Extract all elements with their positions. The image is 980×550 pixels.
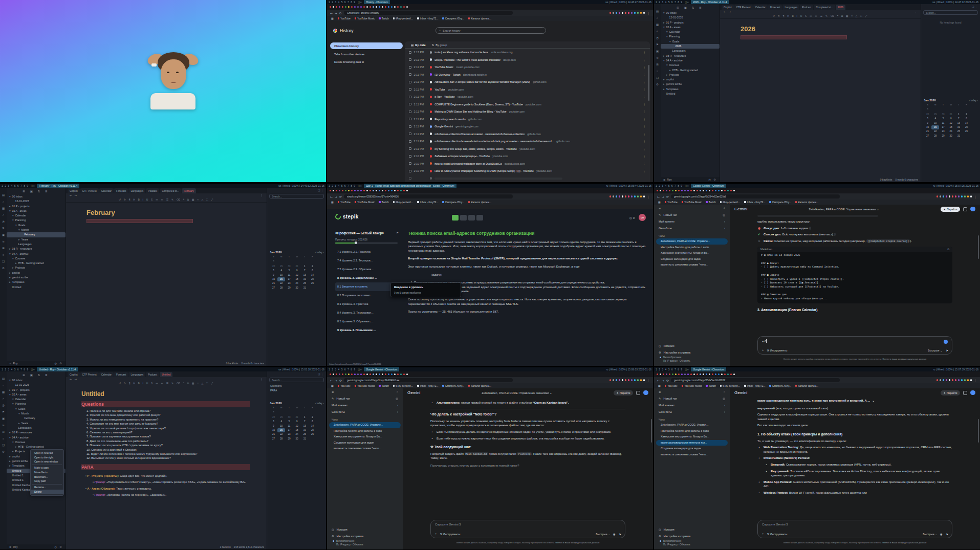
extension-icon[interactable] [940, 195, 941, 197]
tree-item[interactable]: ▸Templates [7, 280, 66, 284]
note-tab[interactable]: CTF Pentest [80, 188, 99, 193]
bookmark-item[interactable]: Inbox - tlroy72... [744, 384, 765, 387]
add-icon[interactable]: ＋ [761, 532, 764, 536]
explorer-action-icons[interactable]: ⊞ ▣ ⇅ ≣ [7, 188, 66, 194]
row-title[interactable]: rofi-themes-collection/screenshots/round… [434, 140, 554, 143]
history-row[interactable]: 2:11 PM YouTube youtube.com ⋮ [405, 86, 650, 94]
add-icon[interactable]: ＋ [761, 348, 764, 352]
address-bar[interactable]: stepik.org/lesson/358365/step/1?unit=964… [344, 194, 513, 199]
calendar-day[interactable]: 27 [924, 134, 931, 138]
browser-tab-favicon[interactable] [342, 190, 343, 191]
tree-item[interactable]: ▾02 A - areas [7, 392, 66, 397]
history-item[interactable]: ◷История [327, 526, 403, 533]
extension-icon[interactable] [628, 195, 629, 197]
note-tab[interactable]: Calendar [753, 5, 768, 10]
avatar[interactable] [643, 390, 648, 395]
extension-icon[interactable] [958, 379, 960, 381]
prompt-input[interactable]: я б ＋ ⚒ Инструменты Быстрые ⌄ ➤ [757, 336, 952, 355]
browser-tab-favicon[interactable] [712, 190, 713, 191]
new-chat-button[interactable]: ✎Новый чат◎ [654, 211, 730, 218]
browser-tab-favicon[interactable] [388, 6, 389, 8]
new-chat-button[interactable]: ✎Новый чат◎ [654, 395, 730, 402]
browser-tab-favicon[interactable] [373, 190, 374, 191]
calendar-day[interactable]: 30 [285, 415, 293, 420]
browser-tab-favicon[interactable] [385, 373, 386, 375]
tree-item[interactable]: ▾00 Inbox [661, 11, 720, 15]
extension-icon[interactable] [622, 12, 623, 13]
extension-icon[interactable] [958, 195, 960, 197]
extensions-row[interactable] [937, 195, 972, 197]
row-checkbox[interactable] [409, 66, 411, 69]
vault-icons[interactable]: ◔ ⚙ [708, 178, 717, 181]
extension-icon[interactable] [943, 195, 944, 197]
calendar-day[interactable]: 10 [277, 424, 285, 428]
extension-icon[interactable] [967, 195, 969, 197]
row-checkbox[interactable] [409, 51, 411, 54]
lesson-item[interactable]: 7.4 Уровень 2.3. Тестиров... [335, 256, 398, 265]
browser-tab-favicon[interactable] [366, 6, 368, 8]
browser-tab-favicon[interactable] [669, 373, 670, 375]
bookmark-item[interactable]: Twitch [379, 384, 389, 387]
calendar-day[interactable]: 24 [293, 432, 301, 436]
browser-tab-favicon[interactable] [721, 190, 723, 191]
browser-menu-icon[interactable]: ⋮ [647, 11, 650, 15]
browser-tab-favicon[interactable] [657, 373, 658, 375]
history-row[interactable]: 2:17 PM tools | suckless.org software th… [405, 49, 650, 56]
calendar-day[interactable]: 26 [963, 129, 970, 134]
chat-list-item[interactable]: Создание календаря для задач [656, 256, 728, 262]
calendar-day[interactable]: 4 [931, 117, 939, 121]
browser-tab-favicon[interactable] [363, 373, 365, 375]
calendar-day[interactable]: 18 [293, 277, 301, 281]
browser-tab-favicon[interactable] [330, 373, 331, 375]
outline-item[interactable]: Questions [270, 384, 323, 388]
calendar-day[interactable]: 30 [947, 134, 955, 138]
row-more-icon[interactable]: ⋮ [643, 58, 646, 61]
location-source[interactable]: По IP-адресу · Обновить [654, 543, 730, 546]
forward-icon[interactable]: → [662, 379, 664, 382]
row-title[interactable]: COMPLETE Beginners guide to Suckless (Dw… [434, 103, 523, 106]
row-checkbox[interactable] [409, 162, 411, 165]
tree-item[interactable]: ▸03 R - resources [7, 247, 66, 251]
lesson-step[interactable] [468, 215, 475, 221]
bookmark-item[interactable]: Inbox - tlroy72... [417, 201, 438, 204]
tree-item[interactable]: ▾04 A - archive [7, 252, 66, 256]
extension-icon[interactable] [937, 195, 938, 197]
extension-icon[interactable] [634, 379, 636, 381]
bookmark-item[interactable]: YouTube [338, 384, 351, 387]
browser-tab-favicon[interactable] [663, 190, 664, 191]
calendar-day[interactable]: 3 [270, 420, 277, 424]
note-tab[interactable]: Podcast [800, 5, 813, 10]
calendar-day[interactable]: 31 [293, 415, 301, 420]
model-picker[interactable]: Быстрые ⌄ [928, 349, 942, 352]
bookmark-item[interactable]: Каталог фильм... [795, 201, 818, 204]
browser-tab-favicon[interactable] [336, 373, 337, 375]
tree-item[interactable]: ▾Planning [7, 218, 66, 223]
extension-icon[interactable] [961, 379, 963, 381]
context-menu-item[interactable]: Open in new tab [31, 451, 63, 455]
browser-tab-favicon[interactable] [382, 190, 383, 191]
dwm-workspace-tags[interactable]: 1 2 3 4 5 6 7 8 9 [656, 1, 683, 4]
bookmark-item[interactable]: YouTube Music [355, 384, 375, 387]
calendar-day[interactable]: 1 [301, 265, 309, 269]
browser-tab-favicon[interactable] [693, 373, 695, 375]
bookmark-item[interactable]: Inbox - tlroy72... [417, 384, 438, 387]
calendar-day[interactable]: 7 [955, 117, 963, 121]
extension-icon[interactable] [937, 379, 938, 381]
scrollbar[interactable] [978, 419, 979, 443]
browser-tab-favicon[interactable] [403, 190, 405, 191]
send-icon[interactable]: ➤ [946, 349, 948, 352]
row-title[interactable]: Repository search results [434, 118, 466, 121]
calendar-day[interactable]: 29 [931, 113, 939, 117]
row-checkbox[interactable] [409, 147, 411, 150]
calendar-day[interactable]: 11 [939, 121, 947, 125]
row-title[interactable]: tools | suckless.org software that sucks… [434, 51, 488, 54]
gems-item[interactable]: Gem-боты› [654, 225, 730, 231]
row-title[interactable]: YouTube [434, 88, 445, 91]
browser-tab-favicon[interactable] [718, 373, 720, 375]
context-menu-item[interactable]: Open to the right [31, 455, 63, 460]
browser-tab-favicon[interactable] [733, 373, 735, 375]
tree-item[interactable]: ▾Courses [7, 256, 66, 261]
dwm-layout-icon[interactable]: []= [685, 1, 689, 4]
bookmark-item[interactable]: YouTube Music [355, 17, 375, 20]
row-more-icon[interactable]: ⋮ [643, 140, 646, 143]
